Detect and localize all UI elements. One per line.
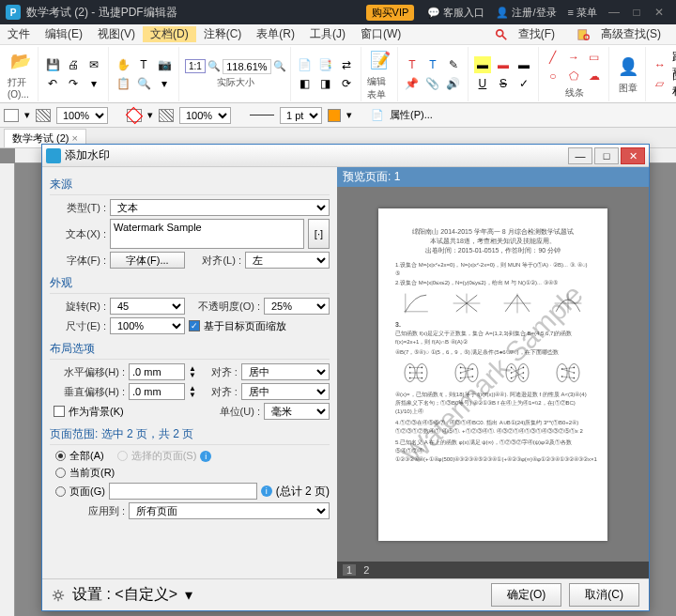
halign-select[interactable]: 居中 bbox=[241, 363, 330, 380]
stamp-group[interactable]: 👤 图章 bbox=[611, 47, 646, 101]
info-icon[interactable]: i bbox=[261, 485, 272, 497]
menu-tools[interactable]: 工具(J) bbox=[302, 26, 353, 42]
halign-label: 对齐 : bbox=[200, 365, 238, 379]
quick-tools[interactable]: 💾🖨✉↶↷▾ bbox=[44, 56, 104, 92]
highlight-tools[interactable]: ▬▬▬US✓ bbox=[474, 56, 534, 92]
ok-button[interactable]: 确定(O) bbox=[491, 583, 561, 607]
hoffset-label: 水平偏移(H) : bbox=[50, 365, 125, 379]
voffset-input[interactable] bbox=[129, 383, 185, 400]
font-label: 字体(F) : bbox=[50, 254, 106, 268]
editform-group[interactable]: 📝 编辑表单 bbox=[363, 47, 398, 101]
app-title: 数学考试 (2) - 迅捷PDF编辑器 bbox=[26, 5, 177, 21]
find-button[interactable]: 查找(F) bbox=[487, 26, 570, 42]
unit-label: 单位(U) : bbox=[213, 405, 260, 419]
section-appearance: 外观 bbox=[50, 271, 330, 294]
text-macro-button[interactable]: [∙] bbox=[308, 219, 330, 249]
applyto-label: 应用到 : bbox=[50, 504, 125, 518]
menu-link[interactable]: ≡ 菜单 bbox=[568, 6, 597, 20]
spinner-icon[interactable]: ▲▼ bbox=[189, 385, 196, 398]
gear-icon[interactable] bbox=[52, 589, 65, 602]
rotation-select[interactable]: 45 bbox=[110, 298, 185, 315]
radio-pages[interactable]: 页面(G) bbox=[55, 485, 105, 499]
maximize-button[interactable]: □ bbox=[625, 6, 648, 19]
ribbon: 📂 打开(O)... 💾🖨✉↶↷▾ ✋T📷📋🔍▾ 1:1 🔍 🔍 实际大小 📄📑… bbox=[0, 45, 676, 103]
section-range: 页面范围: 选中 2 页，共 2 页 bbox=[50, 423, 330, 445]
text-input[interactable]: Watermark Sample bbox=[110, 219, 304, 249]
menu-comment[interactable]: 注释(C) bbox=[196, 26, 250, 42]
menu-view[interactable]: 视图(V) bbox=[90, 26, 143, 42]
size-label: 尺寸(E) : bbox=[50, 319, 106, 333]
stroke-swatch[interactable] bbox=[127, 109, 142, 122]
props-link[interactable]: 属性(P)... bbox=[390, 108, 433, 122]
size-select[interactable]: 100% bbox=[110, 317, 185, 334]
info-icon: i bbox=[200, 451, 211, 462]
line-style[interactable] bbox=[250, 115, 274, 116]
type-select[interactable]: 文本 bbox=[110, 199, 330, 216]
align-select[interactable]: 左 bbox=[245, 252, 330, 269]
unit-select[interactable]: 毫米 bbox=[264, 403, 330, 420]
spinner-icon[interactable]: ▲▼ bbox=[189, 365, 196, 378]
opacity1-select[interactable]: 100% bbox=[56, 107, 108, 124]
pattern2-swatch[interactable] bbox=[159, 109, 174, 122]
open-group[interactable]: 📂 打开(O)... bbox=[4, 47, 38, 101]
menu-doc[interactable]: 文档(D) bbox=[143, 26, 196, 42]
fill-swatch[interactable] bbox=[4, 109, 19, 122]
support-link[interactable]: 💬 客服入口 bbox=[427, 6, 484, 20]
minimize-button[interactable]: — bbox=[603, 6, 625, 19]
radio-all[interactable]: 全部(A) bbox=[55, 449, 104, 463]
zoom-input[interactable] bbox=[223, 59, 271, 74]
stamp-label: 图章 bbox=[619, 82, 638, 95]
voffset-label: 垂直偏移(H) : bbox=[50, 385, 125, 399]
pattern-swatch[interactable] bbox=[36, 109, 51, 122]
login-link[interactable]: 👤 注册/登录 bbox=[496, 6, 556, 20]
shape-tools: ╱→▭○⬠☁ bbox=[545, 49, 605, 85]
svg-line-1 bbox=[502, 35, 506, 38]
radio-selected: 选择的页面(S) i bbox=[117, 449, 212, 463]
titlebar: P 数学考试 (2) - 迅捷PDF编辑器 购买VIP 💬 客服入口 👤 注册/… bbox=[0, 0, 676, 24]
applyto-select[interactable]: 所有页面 bbox=[129, 502, 330, 519]
props-icon[interactable]: 📄 bbox=[371, 109, 384, 121]
advfind-button[interactable]: 高级查找(S) bbox=[570, 26, 676, 42]
menu-form[interactable]: 表单(R) bbox=[249, 26, 302, 42]
line-group[interactable]: ╱→▭○⬠☁ 线条 bbox=[541, 47, 609, 101]
opacity2-select[interactable]: 100% bbox=[179, 107, 231, 124]
menu-window[interactable]: 窗口(W) bbox=[353, 26, 408, 42]
measure-tools[interactable]: ↔距离▱面积 bbox=[652, 56, 676, 92]
font-button[interactable]: 字体(F)... bbox=[110, 252, 185, 269]
type-label: 类型(T) : bbox=[50, 201, 106, 215]
dialog-form: 来源 类型(T) : 文本 文本(X) : Watermark Sample [… bbox=[42, 167, 337, 578]
color-swatch[interactable] bbox=[328, 109, 341, 122]
dialog-minimize[interactable]: — bbox=[568, 147, 592, 164]
svg-point-58 bbox=[55, 593, 60, 597]
menu-file[interactable]: 文件 bbox=[0, 26, 38, 42]
cancel-button[interactable]: 取消(C) bbox=[569, 583, 639, 607]
dialog-close[interactable]: ✕ bbox=[621, 147, 645, 164]
properties-bar: ▾ 100% ▾ 100% 1 pt ▾ 📄 属性(P)... bbox=[0, 103, 676, 128]
hoffset-input[interactable] bbox=[129, 363, 185, 380]
view-tools[interactable]: 📄📑⇄◧◨⟳ bbox=[297, 56, 357, 92]
lineweight-select[interactable]: 1 pt bbox=[280, 107, 322, 124]
annot-tools[interactable]: TT✎📌📎🔊 bbox=[404, 56, 464, 92]
opacity-select[interactable]: 25% bbox=[264, 298, 330, 315]
scale-checkbox[interactable]: ✓ 基于目标页面缩放 bbox=[189, 319, 286, 333]
total-pages-label: (总计 2 页) bbox=[276, 484, 330, 500]
svg-line-56 bbox=[562, 369, 575, 373]
close-button[interactable]: ✕ bbox=[648, 6, 670, 19]
vip-badge[interactable]: 购买VIP bbox=[366, 5, 415, 21]
actual-size-group[interactable]: 1:1 🔍 🔍 实际大小 bbox=[181, 47, 291, 101]
radio-current[interactable]: 当前页(R) bbox=[55, 466, 115, 480]
tab-close-icon[interactable]: × bbox=[72, 132, 78, 144]
zoom-out-icon[interactable]: 🔍 bbox=[207, 60, 221, 72]
settings-label[interactable]: 设置 : <自定义> bbox=[72, 585, 177, 605]
align-label: 对齐(L) : bbox=[189, 254, 241, 268]
menu-edit[interactable]: 编辑(E) bbox=[38, 26, 90, 42]
svg-line-35 bbox=[461, 369, 473, 373]
valign-select[interactable]: 居中 bbox=[241, 383, 330, 400]
zoom-in-icon[interactable]: 🔍 bbox=[273, 60, 286, 72]
pages-input[interactable] bbox=[109, 483, 257, 500]
preview-page-1[interactable]: 1 bbox=[343, 564, 356, 576]
background-checkbox[interactable]: 作为背景(K) bbox=[54, 405, 124, 419]
dialog-maximize[interactable]: □ bbox=[594, 147, 619, 164]
preview-page-2[interactable]: 2 bbox=[363, 564, 369, 576]
edit-tools[interactable]: ✋T📷📋🔍▾ bbox=[115, 56, 175, 92]
